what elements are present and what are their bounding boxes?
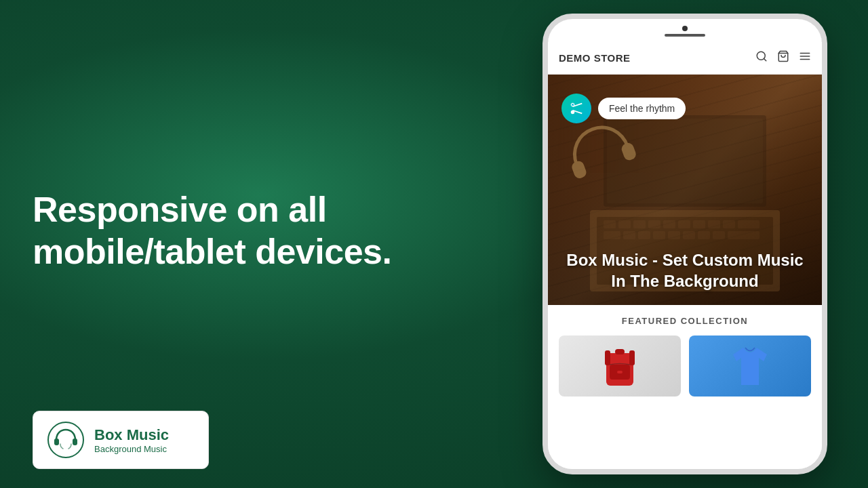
product-card-shirt[interactable]: [689, 336, 811, 396]
svg-rect-45: [617, 371, 623, 373]
scissors-icon: [569, 101, 584, 116]
headphones-icon: [47, 421, 85, 459]
side-button-right: [826, 100, 827, 141]
svg-rect-41: [615, 349, 625, 354]
svg-rect-13: [633, 220, 646, 228]
svg-line-4: [764, 58, 766, 60]
svg-rect-12: [618, 220, 631, 228]
nav-icons: [755, 50, 811, 66]
logo-subtitle: Background Music: [94, 444, 169, 454]
store-name: DEMO STORE: [559, 52, 631, 64]
svg-rect-42: [605, 350, 610, 365]
phone-top-bar: [548, 19, 822, 42]
cart-icon[interactable]: [777, 50, 789, 66]
svg-rect-2: [73, 439, 77, 445]
svg-point-0: [48, 422, 83, 458]
logo-box: Box Music Background Music: [33, 411, 209, 469]
svg-rect-14: [648, 220, 660, 228]
phone-mockup: DEMO STORE: [542, 14, 827, 474]
logo-title: Box Music: [94, 426, 169, 444]
svg-rect-43: [629, 350, 635, 365]
logo-text-group: Box Music Background Music: [94, 426, 169, 454]
shirt-image: [726, 344, 774, 388]
feel-rhythm-text: Feel the rhythm: [598, 98, 686, 119]
featured-title: FEATURED COLLECTION: [559, 316, 811, 326]
search-icon[interactable]: [755, 50, 768, 66]
store-navbar: DEMO STORE: [548, 42, 822, 75]
phone-container: DEMO STORE: [529, 14, 841, 474]
svg-rect-19: [723, 220, 735, 228]
feel-rhythm-badge: Feel the rhythm: [561, 94, 686, 123]
svg-rect-17: [693, 220, 705, 228]
phone-speaker: [665, 34, 705, 37]
products-grid: [559, 336, 811, 396]
svg-rect-16: [678, 220, 690, 228]
svg-rect-32: [570, 160, 587, 180]
product-card-backpack[interactable]: [559, 336, 681, 396]
side-button-left: [542, 87, 544, 111]
svg-rect-1: [54, 439, 59, 445]
headline: Responsive on all mobile/tablet devices.: [33, 188, 494, 273]
phone-screen: DEMO STORE: [548, 42, 822, 469]
hero-banner: Feel the rhythm Box Music - Set Custom M…: [548, 75, 822, 305]
hero-title-text: Box Music - Set Custom Music In The Back…: [561, 249, 808, 291]
backpack-image: [599, 341, 640, 392]
featured-section: FEATURED COLLECTION: [548, 305, 822, 469]
svg-rect-11: [604, 220, 616, 228]
front-camera: [682, 26, 688, 31]
svg-rect-20: [738, 220, 760, 228]
svg-rect-18: [708, 220, 720, 228]
badge-icon: [561, 94, 591, 123]
logo-icon: [47, 421, 85, 459]
svg-rect-33: [620, 142, 637, 162]
svg-rect-15: [663, 220, 675, 228]
hero-title-container: Box Music - Set Custom Music In The Back…: [548, 236, 822, 305]
menu-icon[interactable]: [799, 50, 811, 66]
